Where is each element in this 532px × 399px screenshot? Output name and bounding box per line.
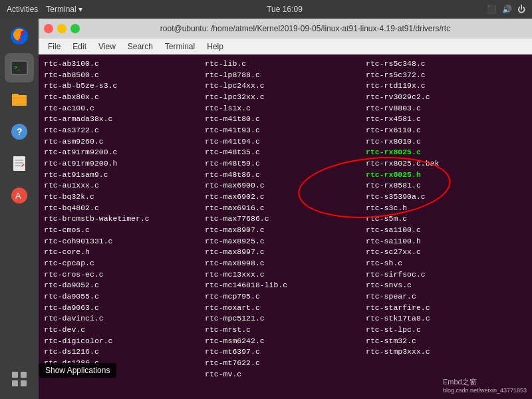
- list-item: rtc-ls1x.c: [205, 103, 366, 114]
- list-item: rtc-bq4802.c: [44, 203, 205, 214]
- list-item: rtc-moxart.c: [205, 303, 366, 314]
- menu-search[interactable]: Search: [122, 41, 158, 53]
- list-item: rtc-sh.c: [366, 258, 527, 269]
- activities-label[interactable]: Activities: [7, 5, 38, 14]
- list-item: [366, 358, 527, 369]
- list-item: rtc-m48t86.c: [205, 170, 366, 181]
- list-item: rtc-rx4581.c: [366, 114, 527, 125]
- close-button[interactable]: [44, 24, 53, 33]
- system-bar-left: Activities Terminal ▾: [7, 5, 82, 14]
- svg-text:A: A: [15, 191, 21, 201]
- list-item: rtc-max6916.c: [205, 203, 366, 214]
- list-item: rtc-mv.c: [205, 369, 366, 380]
- list-item: rtc-rtd119x.c: [366, 80, 527, 92]
- list-item: rtc-at91sam9.c: [44, 170, 205, 181]
- list-item: rtc-da9052.c: [44, 280, 205, 291]
- terminal-body[interactable]: rtc-ab3100.crtc-lib.crtc-rs5c348.crtc-ab…: [39, 55, 532, 399]
- list-item: rtc-dev.c: [44, 325, 205, 336]
- list-item: rtc-lib.c: [205, 59, 366, 70]
- sidebar-item-text-editor[interactable]: [5, 149, 34, 178]
- sidebar: >_ ?: [0, 19, 39, 399]
- sidebar-item-terminal[interactable]: >_: [5, 53, 34, 82]
- list-item: rtc-spear.c: [366, 291, 527, 303]
- watermark: Embd之窗 blog.csdn.net/weixin_43771853: [443, 377, 527, 394]
- terminal-menu-label[interactable]: Terminal ▾: [46, 5, 82, 14]
- list-item: rtc-mt7622.c: [205, 358, 366, 369]
- sidebar-item-show-applications[interactable]: [5, 364, 34, 394]
- list-item: rtc-max77686.c: [205, 213, 366, 225]
- list-item: rtc-at91rm9200.h: [44, 158, 205, 170]
- system-bar-right: ⬛ 🔊 ⏻: [487, 5, 525, 14]
- list-item: rtc-rx8025.h: [366, 170, 527, 181]
- volume-icon: 🔊: [502, 5, 512, 14]
- list-item: rtc-as3722.c: [44, 125, 205, 136]
- list-item: rtc-au1xxx.c: [44, 180, 205, 192]
- list-item: rtc-max8907.c: [205, 225, 366, 236]
- list-item: rtc-asm9260.c: [44, 136, 205, 148]
- list-item: rtc-digicolor.c: [44, 336, 205, 347]
- list-item: rtc-rv3029c2.c: [366, 92, 527, 103]
- list-item: rtc-core.h: [44, 247, 205, 258]
- list-item: rtc-st-lpc.c: [366, 325, 527, 336]
- list-item: rtc-s35390a.c: [366, 192, 527, 203]
- menu-file[interactable]: File: [43, 41, 66, 53]
- svg-rect-16: [21, 372, 27, 378]
- svg-rect-17: [12, 380, 18, 386]
- main-area: >_ ?: [0, 19, 532, 399]
- list-item: rtc-davinci.c: [44, 313, 205, 325]
- list-item: rtc-rv8803.c: [366, 103, 527, 114]
- list-item: rtc-s5m.c: [366, 213, 527, 225]
- list-item: rtc-abx80x.c: [44, 92, 205, 103]
- list-item: rtc-mc146818-lib.c: [205, 280, 366, 291]
- svg-rect-8: [13, 156, 25, 171]
- power-icon[interactable]: ⏻: [517, 5, 525, 14]
- svg-text:?: ?: [17, 126, 23, 137]
- sidebar-bottom: [5, 364, 34, 399]
- list-item: rtc-sa1100.h: [366, 236, 527, 247]
- network-icon: ⬛: [487, 5, 497, 14]
- list-item: rtc-lpc24xx.c: [205, 80, 366, 92]
- list-item: rtc-at91rm9200.c: [44, 147, 205, 158]
- list-item: rtc-ab3100.c: [44, 59, 205, 70]
- svg-rect-5: [13, 98, 26, 98]
- list-item: rtc-m48t35.c: [205, 147, 366, 158]
- list-item: rtc-da9063.c: [44, 303, 205, 314]
- list-item: rtc-rx8025.c.bak: [366, 158, 527, 170]
- svg-rect-15: [12, 372, 18, 378]
- list-item: rtc-stm32.c: [366, 336, 527, 347]
- list-item: rtc-cmos.c: [44, 225, 205, 236]
- list-item: rtc-cros-ec.c: [44, 269, 205, 281]
- list-item: rtc-ab8500.c: [44, 70, 205, 81]
- list-item: rtc-snvs.c: [366, 280, 527, 291]
- terminal-title: root@ubuntu: /home/atmel/Kernel2019-09-0…: [84, 24, 527, 33]
- sidebar-item-firefox[interactable]: [5, 21, 34, 51]
- maximize-button[interactable]: [70, 24, 80, 33]
- svg-rect-18: [21, 380, 27, 386]
- svg-text:>_: >_: [14, 65, 21, 70]
- sidebar-item-help[interactable]: ?: [5, 117, 34, 146]
- file-list: rtc-ab3100.crtc-lib.crtc-rs5c348.crtc-ab…: [44, 59, 527, 380]
- menu-help[interactable]: Help: [201, 41, 229, 53]
- list-item: rtc-mc13xxx.c: [205, 269, 366, 281]
- list-item: rtc-sc27xx.c: [366, 247, 527, 258]
- menu-view[interactable]: View: [93, 41, 121, 53]
- list-item: rtc-ac100.c: [44, 103, 205, 114]
- system-bar-time: Tue 16:09: [82, 5, 487, 14]
- list-item: rtc-ab-b5ze-s3.c: [44, 80, 205, 92]
- menu-terminal[interactable]: Terminal: [160, 41, 200, 53]
- list-item: rtc-sirfsoc.c: [366, 269, 527, 281]
- list-item: rtc-rx6110.c: [366, 125, 527, 136]
- minimize-button[interactable]: [57, 24, 66, 33]
- show-applications-tooltip: Show Applications: [39, 363, 116, 378]
- sidebar-item-software[interactable]: A: [5, 181, 34, 210]
- list-item: rtc-mrst.c: [205, 325, 366, 336]
- sidebar-item-files[interactable]: [5, 85, 34, 114]
- svg-rect-4: [12, 94, 19, 96]
- list-item: rtc-mcp795.c: [205, 291, 366, 303]
- list-item: rtc-max8998.c: [205, 258, 366, 269]
- list-item: rtc-rx8010.c: [366, 136, 527, 148]
- menu-edit[interactable]: Edit: [67, 41, 92, 53]
- list-item: rtc-lp8788.c: [205, 70, 366, 81]
- list-item: rtc-sa1100.c: [366, 225, 527, 236]
- terminal-window: root@ubuntu: /home/atmel/Kernel2019-09-0…: [39, 19, 532, 399]
